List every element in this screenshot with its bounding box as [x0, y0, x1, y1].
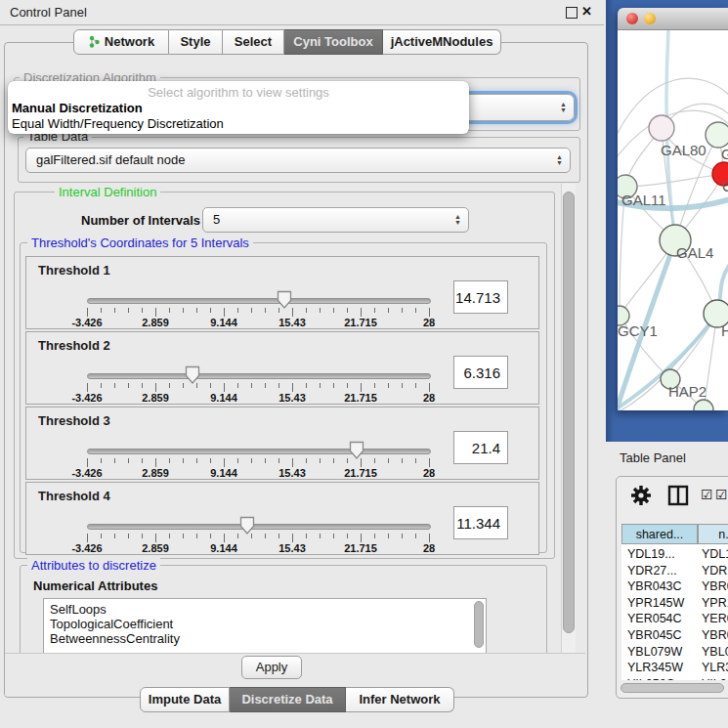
top-tab-bar: NetworkStyleSelectCyni ToolboxjActiveMNo…	[73, 29, 501, 55]
slider-tick	[292, 534, 293, 542]
slider-tick	[183, 383, 184, 388]
table-row-cell[interactable]: YLR345W	[627, 661, 683, 674]
network-edge	[625, 174, 724, 187]
slider-tick	[388, 308, 389, 313]
network-canvas[interactable]: GAL80G.C.GAL11GAL4GCY1HHAP2	[618, 30, 728, 410]
slider-tick	[224, 308, 225, 317]
slider-track[interactable]	[87, 298, 431, 304]
slider-tick	[237, 308, 238, 313]
attributes-list-scrollbar[interactable]	[474, 601, 484, 648]
checkbox-icon[interactable]: ☑	[701, 487, 713, 502]
slider-tick	[101, 383, 102, 388]
split-columns-icon[interactable]	[667, 485, 689, 506]
slider-tick	[361, 383, 362, 392]
threshold-panel: Threshold 1-3.4262.8599.14415.4321.71528…	[25, 256, 539, 329]
slider-tick	[142, 383, 143, 388]
threshold-panel: Threshold 3-3.4262.8599.14415.4321.71528…	[25, 407, 539, 480]
close-icon[interactable]: ✕	[581, 4, 592, 19]
table-horizontal-scrollbar[interactable]	[621, 683, 724, 693]
slider-tick	[101, 458, 102, 463]
apply-button[interactable]: Apply	[241, 656, 302, 679]
vertical-scrollbar-thumb[interactable]	[563, 192, 575, 633]
table-row-cell[interactable]: YDL19...	[627, 547, 675, 561]
checkbox-icon[interactable]: ☑	[715, 487, 728, 502]
popup-placeholder-text: Select algorithm to view settings	[8, 85, 469, 100]
slider-thumb[interactable]	[277, 290, 292, 310]
numerical-attributes-list: SelfLoopsTopologicalCoefficientBetweenne…	[43, 598, 487, 653]
number-of-intervals-select[interactable]: 5 ▲▼	[202, 207, 469, 233]
slider-tick	[128, 308, 129, 313]
slider-scale-label: 21.715	[344, 542, 377, 554]
tab-select[interactable]: Select	[223, 29, 284, 55]
threshold-value-field[interactable]: 11.344	[453, 506, 508, 539]
table-row-cell[interactable]: YBR043C	[627, 579, 682, 593]
slider-tick	[278, 383, 279, 388]
network-node[interactable]	[694, 400, 713, 410]
tab-style[interactable]: Style	[169, 29, 223, 55]
table-row-cell[interactable]: YER054C	[627, 612, 682, 625]
float-window-icon[interactable]	[566, 7, 578, 19]
minimize-traffic-light-icon[interactable]	[644, 13, 656, 24]
tab-network[interactable]: Network	[73, 29, 169, 55]
slider-thumb[interactable]	[185, 365, 200, 385]
threshold-value-field[interactable]: 14.713	[453, 280, 508, 314]
column-header-2[interactable]: n...	[698, 524, 728, 544]
slider-tick	[155, 308, 156, 317]
threshold-label: Threshold 2	[38, 338, 110, 353]
table-row-cell[interactable]: YBR0	[702, 628, 728, 642]
table-row-cell[interactable]: YBR045C	[627, 628, 682, 642]
table-row-cell[interactable]: YER0	[702, 612, 728, 625]
slider-tick	[87, 308, 88, 317]
table-row-cell[interactable]: YDL1	[702, 547, 728, 561]
slider-track[interactable]	[87, 449, 431, 454]
table-data-select[interactable]: galFiltered.sif default node ▲▼	[25, 148, 571, 173]
list-item[interactable]: SelfLoops	[50, 602, 107, 617]
settings-gear-icon[interactable]	[630, 485, 652, 506]
slider-scale-label: 15.43	[278, 542, 306, 554]
network-node[interactable]	[706, 122, 728, 148]
slider-tick	[415, 534, 416, 538]
table-row-cell[interactable]: YIL0	[702, 677, 727, 680]
zoom-traffic-light-icon[interactable]	[662, 13, 673, 24]
threshold-value-field[interactable]: 6.316	[453, 356, 508, 389]
menu-item-manual-discretization[interactable]: Manual Discretization	[12, 101, 143, 115]
list-item[interactable]: BetweennessCentrality	[50, 631, 180, 646]
network-window-titlebar[interactable]	[618, 8, 728, 30]
table-row-cell[interactable]: YDR27...	[627, 564, 677, 578]
slider-scale-label: 21.715	[344, 467, 377, 479]
close-traffic-light-icon[interactable]	[626, 13, 638, 24]
table-row-cell[interactable]: YPR1	[702, 596, 728, 610]
slider-track[interactable]	[87, 373, 431, 379]
attributes-group-label: Attributes to discretize	[27, 558, 160, 573]
tab-impute-data[interactable]: Impute Data	[140, 687, 230, 712]
slider-scale-label: -3.426	[71, 467, 102, 479]
table-row-cell[interactable]: YIL052C	[627, 677, 675, 680]
table-row-cell[interactable]: YDR2	[702, 564, 728, 578]
slider-thumb[interactable]	[239, 516, 255, 535]
slider-thumb[interactable]	[349, 441, 364, 460]
slider-tick	[402, 534, 403, 538]
tab-discretize-data[interactable]: Discretize Data	[230, 687, 346, 712]
slider-tick	[210, 534, 211, 538]
column-header-1[interactable]: shared...	[621, 524, 698, 544]
slider-tick	[237, 534, 238, 538]
network-node-label: H	[721, 322, 728, 339]
table-row-cell[interactable]: YBL079W	[627, 645, 682, 659]
slider-tick	[415, 308, 416, 313]
list-item[interactable]: TopologicalCoefficient	[50, 617, 173, 631]
tab-infer-network[interactable]: Infer Network	[346, 687, 454, 712]
slider-tick	[429, 458, 430, 467]
menu-item-equal-width-frequency[interactable]: Equal Width/Frequency Discretization	[12, 116, 224, 131]
threshold-value-field[interactable]: 21.4	[453, 431, 508, 464]
table-row-cell[interactable]: YBL0	[702, 645, 728, 659]
slider-tick	[169, 383, 170, 388]
tab-cyni-toolbox[interactable]: Cyni Toolbox	[284, 29, 383, 55]
slider-track[interactable]	[87, 524, 431, 530]
table-row-cell[interactable]: YLR3	[702, 661, 728, 674]
table-row-cell[interactable]: YPR145W	[627, 596, 684, 610]
table-row-cell[interactable]: YBR0	[702, 579, 728, 593]
threshold-label: Threshold 4	[38, 489, 110, 503]
tab-jactivemnodules[interactable]: jActiveMNodules	[383, 29, 501, 55]
table-data-select-value: galFiltered.sif default node	[36, 152, 185, 167]
network-node[interactable]	[649, 115, 674, 141]
